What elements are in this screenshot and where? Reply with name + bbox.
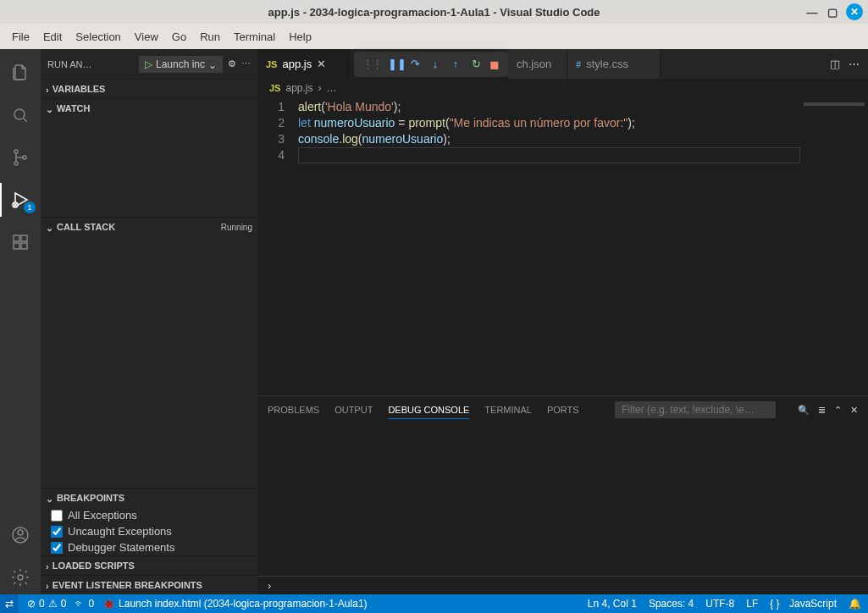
- settings-gear-icon[interactable]: [0, 561, 41, 594]
- breakpoint-checkbox[interactable]: [51, 526, 63, 538]
- breadcrumbs[interactable]: JS app.js › …: [257, 79, 868, 97]
- menu-help[interactable]: Help: [282, 27, 318, 47]
- encoding[interactable]: UTF-8: [705, 598, 734, 610]
- breakpoint-label: All Exceptions: [68, 509, 137, 522]
- debug-console-input-row[interactable]: ›: [257, 576, 868, 594]
- more-icon[interactable]: ⋯: [241, 58, 251, 69]
- restart-icon[interactable]: ↻: [469, 58, 483, 70]
- activity-bar: 1: [0, 49, 41, 594]
- breakpoints-list: All ExceptionsUncaught ExceptionsDebugge…: [41, 507, 257, 555]
- source-control-icon[interactable]: [0, 141, 41, 174]
- antenna-icon: ᯤ: [75, 598, 85, 610]
- svg-point-11: [18, 575, 23, 580]
- code-line[interactable]: let numeroUsuario = prompt("Me indicas u…: [298, 115, 800, 131]
- tab-app-js[interactable]: JS app.js ✕: [257, 49, 351, 79]
- extensions-icon[interactable]: [0, 225, 41, 259]
- menu-run[interactable]: Run: [193, 27, 227, 47]
- menu-view[interactable]: View: [128, 27, 165, 47]
- status-bar: ⇄ ⊘0 ⚠0 ᯤ0 🐞Launch index.html (2034-logi…: [0, 594, 868, 613]
- breakpoint-checkbox[interactable]: [51, 542, 63, 554]
- watch-section[interactable]: ⌄WATCH: [41, 99, 257, 118]
- search-icon[interactable]: 🔍: [798, 405, 810, 416]
- menu-selection[interactable]: Selection: [69, 27, 127, 47]
- panel-tab-output[interactable]: OUTPUT: [334, 401, 373, 418]
- debug-icon: 🐞: [102, 598, 115, 610]
- stop-icon[interactable]: ◼: [489, 58, 500, 71]
- indentation[interactable]: Spaces: 4: [649, 598, 694, 610]
- close-window-button[interactable]: ✕: [846, 3, 863, 20]
- cursor-position[interactable]: Ln 4, Col 1: [588, 598, 637, 610]
- language-mode[interactable]: { } JavaScript: [770, 598, 837, 610]
- panel-tab-terminal[interactable]: TERMINAL: [484, 401, 532, 418]
- editor-body[interactable]: 1234 alert('Hola Mundo');let numeroUsuar…: [257, 97, 868, 395]
- panel-tab-problems[interactable]: PROBLEMS: [268, 401, 319, 418]
- breakpoint-item[interactable]: Uncaught Exceptions: [41, 523, 257, 539]
- gear-icon[interactable]: ⚙: [228, 58, 236, 69]
- svg-rect-5: [14, 235, 19, 241]
- close-panel-icon[interactable]: ✕: [850, 405, 858, 416]
- menu-go[interactable]: Go: [165, 27, 193, 47]
- menu-file[interactable]: File: [5, 27, 36, 47]
- search-icon[interactable]: [0, 98, 41, 132]
- menu-bar: File Edit Selection View Go Run Terminal…: [0, 24, 868, 49]
- remote-icon: ⇄: [5, 598, 14, 610]
- explorer-icon[interactable]: [0, 56, 41, 90]
- remote-button[interactable]: ⇄: [0, 594, 19, 613]
- eol[interactable]: LF: [746, 598, 758, 610]
- pause-icon[interactable]: ❚❚: [388, 58, 401, 70]
- step-out-icon[interactable]: ↑: [449, 58, 462, 70]
- errors-warnings[interactable]: ⊘0 ⚠0: [27, 598, 66, 610]
- debug-console-filter-input[interactable]: [615, 401, 776, 418]
- breakpoints-section[interactable]: ⌄BREAKPOINTS: [41, 489, 257, 507]
- panel-tab-debug-console[interactable]: DEBUG CONSOLE: [388, 401, 469, 419]
- accounts-icon[interactable]: [0, 518, 41, 552]
- callstack-section[interactable]: ⌄CALL STACKRunning: [41, 218, 257, 236]
- loaded-scripts-section[interactable]: ›LOADED SCRIPTS: [41, 556, 257, 575]
- drag-handle-icon[interactable]: ⋮⋮: [362, 58, 381, 70]
- tab-label: ch.json: [517, 58, 551, 70]
- panel-tab-ports[interactable]: PORTS: [547, 401, 579, 418]
- event-listener-breakpoints-section[interactable]: ›EVENT LISTENER BREAKPOINTS: [41, 576, 257, 594]
- step-over-icon[interactable]: ↷: [408, 58, 422, 70]
- menu-edit[interactable]: Edit: [36, 27, 69, 47]
- editor-group: JS app.js ✕ ⋮⋮ ❚❚ ↷ ↓ ↑ ↻ ◼ ch.json # st…: [257, 49, 868, 594]
- svg-rect-8: [21, 243, 27, 249]
- svg-point-1: [14, 150, 18, 153]
- breakpoint-label: Debugger Statements: [68, 541, 174, 554]
- debug-launch-status[interactable]: 🐞Launch index.html (2034-logica-programa…: [102, 598, 368, 610]
- run-debug-icon[interactable]: 1: [0, 183, 41, 217]
- line-number: 4: [257, 147, 298, 163]
- chevron-down-icon: ⌄: [46, 104, 53, 115]
- code-line[interactable]: alert('Hola Mundo');: [298, 99, 800, 115]
- filter-icon[interactable]: ≣: [818, 405, 826, 416]
- step-into-icon[interactable]: ↓: [428, 58, 442, 70]
- breakpoint-item[interactable]: All Exceptions: [41, 507, 257, 523]
- tab-style-css[interactable]: # style.css: [567, 49, 661, 79]
- variables-section[interactable]: ›VARIABLES: [41, 80, 257, 98]
- debug-toolbar[interactable]: ⋮⋮ ❚❚ ↷ ↓ ↑ ↻ ◼: [354, 52, 508, 77]
- collapse-panel-icon[interactable]: ⌃: [834, 405, 842, 416]
- breakpoint-item[interactable]: Debugger Statements: [41, 539, 257, 555]
- launch-config-selector[interactable]: ▷ Launch inc ⌄: [139, 56, 223, 73]
- tab-launch-json[interactable]: ch.json: [508, 49, 567, 79]
- breakpoint-checkbox[interactable]: [51, 510, 63, 522]
- launch-config-label: Launch inc: [156, 58, 205, 70]
- ports-status[interactable]: ᯤ0: [75, 598, 94, 610]
- breadcrumb-ellipsis: …: [327, 82, 337, 94]
- play-icon: ▷: [145, 58, 152, 70]
- menu-terminal[interactable]: Terminal: [227, 27, 282, 47]
- minimize-button[interactable]: —: [805, 5, 819, 19]
- maximize-button[interactable]: ▢: [826, 5, 839, 19]
- split-editor-icon[interactable]: ◫: [830, 58, 840, 70]
- more-actions-icon[interactable]: ⋯: [849, 58, 860, 70]
- debug-console-body[interactable]: [257, 423, 868, 576]
- notifications-icon[interactable]: 🔔: [849, 598, 861, 610]
- minimap[interactable]: [800, 97, 868, 395]
- svg-point-3: [23, 156, 26, 159]
- js-file-icon: JS: [266, 59, 277, 69]
- breadcrumb-sep: ›: [318, 82, 322, 94]
- code-line[interactable]: console.log(numeroUsuario);: [298, 131, 800, 147]
- code-area[interactable]: alert('Hola Mundo');let numeroUsuario = …: [298, 97, 800, 395]
- close-tab-icon[interactable]: ✕: [317, 58, 326, 70]
- js-file-icon: JS: [269, 83, 280, 93]
